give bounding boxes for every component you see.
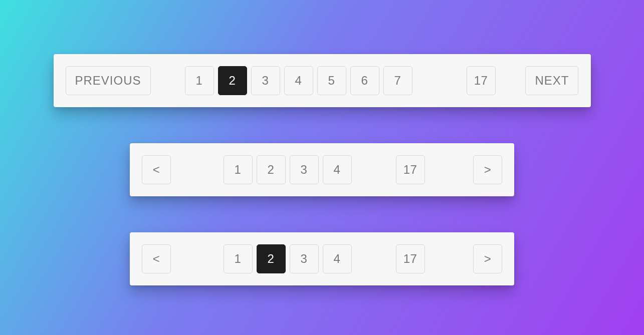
page-1[interactable]: 1 <box>224 244 253 273</box>
page-7[interactable]: 7 <box>383 66 412 95</box>
page-3[interactable]: 3 <box>290 155 319 184</box>
pagination-2: < 1 2 3 4 17 > <box>130 143 514 196</box>
previous-button[interactable]: PREVIOUS <box>66 66 151 95</box>
page-1[interactable]: 1 <box>185 66 214 95</box>
page-last[interactable]: 17 <box>467 66 496 95</box>
page-cluster: 1 2 3 4 17 <box>224 244 425 273</box>
page-last[interactable]: 17 <box>396 244 425 273</box>
next-button[interactable]: > <box>473 244 502 273</box>
next-button[interactable]: NEXT <box>525 66 578 95</box>
page-last[interactable]: 17 <box>396 155 425 184</box>
page-cluster: 1 2 3 4 5 6 7 17 <box>185 66 496 95</box>
page-5[interactable]: 5 <box>317 66 346 95</box>
previous-button[interactable]: < <box>142 155 171 184</box>
page-4[interactable]: 4 <box>323 244 352 273</box>
previous-button[interactable]: < <box>142 244 171 273</box>
page-4[interactable]: 4 <box>323 155 352 184</box>
pagination-3: < 1 2 3 4 17 > <box>130 232 514 285</box>
page-4[interactable]: 4 <box>284 66 313 95</box>
page-2[interactable]: 2 <box>218 66 247 95</box>
next-button[interactable]: > <box>473 155 502 184</box>
page-cluster: 1 2 3 4 17 <box>224 155 425 184</box>
page-2[interactable]: 2 <box>257 155 286 184</box>
page-2[interactable]: 2 <box>257 244 286 273</box>
pagination-1: PREVIOUS 1 2 3 4 5 6 7 17 NEXT <box>54 54 591 107</box>
page-6[interactable]: 6 <box>350 66 379 95</box>
page-3[interactable]: 3 <box>251 66 280 95</box>
page-1[interactable]: 1 <box>224 155 253 184</box>
page-3[interactable]: 3 <box>290 244 319 273</box>
